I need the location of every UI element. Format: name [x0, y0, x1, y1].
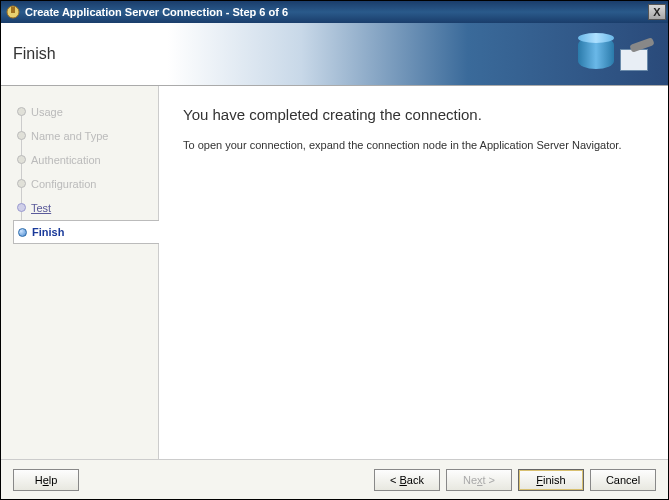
step-label: Authentication — [31, 154, 101, 166]
step-usage: Usage — [13, 100, 158, 124]
step-name-and-type: Name and Type — [13, 124, 158, 148]
step-test[interactable]: Test — [13, 196, 158, 220]
close-button[interactable]: X — [648, 4, 666, 20]
step-list: Usage Name and Type Authentication Confi… — [1, 100, 158, 244]
help-button[interactable]: Help — [13, 469, 79, 491]
content-area: Usage Name and Type Authentication Confi… — [1, 86, 668, 459]
step-label: Name and Type — [31, 130, 108, 142]
server-icon — [620, 49, 648, 71]
step-dot-icon — [17, 179, 26, 188]
button-bar: Help < Back Next > Finish Cancel — [1, 459, 668, 499]
main-panel: You have completed creating the connecti… — [159, 86, 668, 459]
step-configuration: Configuration — [13, 172, 158, 196]
next-button: Next > — [446, 469, 512, 491]
completion-text: To open your connection, expand the conn… — [183, 139, 644, 151]
banner-graphic — [578, 31, 648, 79]
cancel-button[interactable]: Cancel — [590, 469, 656, 491]
step-sidebar: Usage Name and Type Authentication Confi… — [1, 86, 159, 459]
step-label: Configuration — [31, 178, 96, 190]
banner-heading: Finish — [1, 45, 56, 63]
step-authentication: Authentication — [13, 148, 158, 172]
step-label: Test — [31, 202, 51, 214]
app-icon — [5, 4, 21, 20]
banner: Finish — [1, 23, 668, 86]
finish-button[interactable]: Finish — [518, 469, 584, 491]
step-dot-icon — [17, 131, 26, 140]
step-dot-icon — [17, 107, 26, 116]
completion-heading: You have completed creating the connecti… — [183, 106, 644, 123]
wizard-window: Create Application Server Connection - S… — [0, 0, 669, 500]
back-button[interactable]: < Back — [374, 469, 440, 491]
step-label: Finish — [32, 226, 64, 238]
database-icon — [578, 37, 614, 69]
step-finish: Finish — [13, 220, 159, 244]
step-label: Usage — [31, 106, 63, 118]
window-title: Create Application Server Connection - S… — [25, 6, 648, 18]
title-bar: Create Application Server Connection - S… — [1, 1, 668, 23]
svg-rect-1 — [11, 7, 15, 13]
close-icon: X — [653, 6, 660, 18]
step-dot-icon — [18, 228, 27, 237]
step-dot-icon — [17, 203, 26, 212]
step-dot-icon — [17, 155, 26, 164]
